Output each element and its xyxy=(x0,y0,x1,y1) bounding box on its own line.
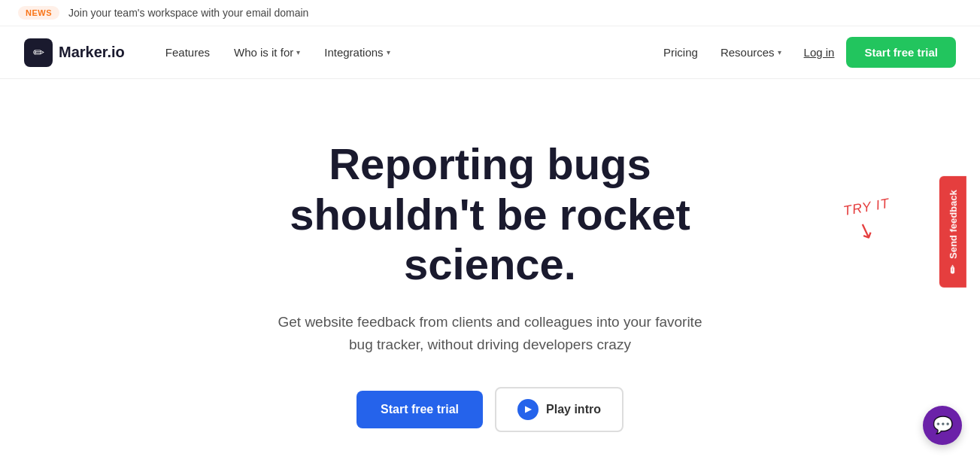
play-intro-label: Play intro xyxy=(546,403,601,416)
hero-section: TRY IT ↘ Reporting bugs shouldn't be roc… xyxy=(0,79,980,463)
features-label: Features xyxy=(165,46,210,59)
try-it-arrow-icon: ↘ xyxy=(854,216,879,245)
hero-title-line2: shouldn't be rocket science. xyxy=(290,190,690,289)
hero-subtitle: Get website feedback from clients and co… xyxy=(265,311,716,357)
chat-icon: 💬 xyxy=(933,416,953,435)
who-chevron-icon: ▾ xyxy=(296,48,300,56)
news-badge: NEWS xyxy=(18,6,59,20)
announcement-bar: NEWS Join your team's workspace with you… xyxy=(0,0,980,26)
hero-cta-button[interactable]: Start free trial xyxy=(357,391,483,428)
login-link[interactable]: Log in xyxy=(804,46,835,59)
try-it-label: TRY IT xyxy=(842,196,891,219)
feedback-label: Send feedback xyxy=(948,190,959,259)
logo-pencil-icon: ✏ xyxy=(33,44,44,61)
logo-link[interactable]: ✏ Marker.io xyxy=(24,38,125,67)
nav-cta-button[interactable]: Start free trial xyxy=(846,37,956,68)
try-it-annotation: TRY IT ↘ xyxy=(843,200,890,243)
nav-pricing[interactable]: Pricing xyxy=(663,46,698,59)
chat-bubble[interactable]: 💬 xyxy=(923,406,962,445)
nav-features[interactable]: Features xyxy=(155,40,220,65)
feedback-pencil-icon: ✏ xyxy=(947,264,959,273)
nav-resources[interactable]: Resources ▾ xyxy=(710,40,792,65)
resources-label: Resources xyxy=(721,46,775,59)
send-feedback-widget[interactable]: ✏ Send feedback xyxy=(939,176,966,288)
hero-title: Reporting bugs shouldn't be rocket scien… xyxy=(227,139,754,290)
resources-chevron-icon: ▾ xyxy=(778,48,781,56)
play-icon: ▶ xyxy=(517,399,539,420)
nav-links: Features Who is it for ▾ Integrations ▾ xyxy=(155,40,663,65)
who-label: Who is it for xyxy=(234,46,293,59)
nav-who-is-it-for[interactable]: Who is it for ▾ xyxy=(223,40,311,65)
logo-text: Marker.io xyxy=(59,44,125,61)
nav-integrations[interactable]: Integrations ▾ xyxy=(314,40,400,65)
announcement-text: Join your team's workspace with your ema… xyxy=(68,7,308,19)
integrations-label: Integrations xyxy=(324,46,383,59)
hero-title-line1: Reporting bugs xyxy=(329,139,651,188)
nav-right: Pricing Resources ▾ Log in Start free tr… xyxy=(663,37,956,68)
navbar: ✏ Marker.io Features Who is it for ▾ Int… xyxy=(0,26,980,79)
pricing-label: Pricing xyxy=(663,46,698,59)
hero-buttons: Start free trial ▶ Play intro xyxy=(357,387,623,432)
play-intro-button[interactable]: ▶ Play intro xyxy=(495,387,623,432)
integrations-chevron-icon: ▾ xyxy=(387,48,390,56)
logo-icon: ✏ xyxy=(24,38,53,67)
